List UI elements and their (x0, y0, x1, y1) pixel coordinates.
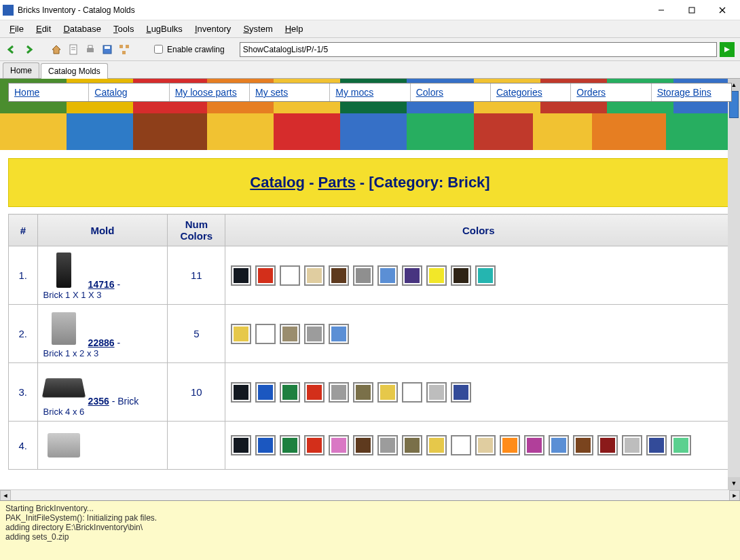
menu-file[interactable]: File (4, 21, 29, 37)
forward-button[interactable] (22, 42, 37, 57)
menu-help[interactable]: Help (280, 21, 309, 37)
svg-rect-11 (119, 45, 123, 48)
menu-lugbulks[interactable]: LugBulks (141, 21, 187, 37)
menu-edit[interactable]: Edit (31, 21, 56, 37)
tab-strip: HomeCatalog Molds (0, 61, 740, 79)
address-input[interactable] (240, 42, 717, 57)
menu-tools[interactable]: Tools (108, 21, 139, 37)
svg-rect-12 (126, 45, 129, 48)
tab-home[interactable]: Home (3, 62, 39, 78)
svg-rect-10 (105, 46, 110, 49)
svg-rect-1 (689, 7, 695, 13)
enable-crawling-checkbox[interactable]: Enable crawling (154, 45, 225, 54)
home-button[interactable] (49, 42, 64, 57)
titlebar: Bricks Inventory - Catalog Molds (0, 0, 740, 20)
menu-inventory[interactable]: Inventory (189, 21, 237, 37)
close-button[interactable] (707, 1, 737, 20)
menu-database[interactable]: Database (58, 21, 107, 37)
enable-crawling-label: Enable crawling (167, 45, 225, 54)
menu-system[interactable]: System (238, 21, 278, 37)
toolbar: Enable crawling (0, 38, 740, 61)
notes-button[interactable] (66, 42, 81, 57)
print-button[interactable] (83, 42, 98, 57)
app-icon (3, 5, 14, 16)
window-title: Bricks Inventory - Catalog Molds (18, 5, 646, 15)
maximize-button[interactable] (676, 1, 707, 20)
save-button[interactable] (100, 42, 115, 57)
menubar: FileEditDatabaseToolsLugBulksInventorySy… (0, 20, 740, 38)
svg-rect-13 (122, 51, 126, 54)
diagram-button[interactable] (117, 42, 132, 57)
tab-catalog-molds[interactable]: Catalog Molds (41, 63, 108, 79)
back-button[interactable] (5, 42, 20, 57)
svg-rect-7 (87, 48, 94, 52)
go-button[interactable] (720, 42, 735, 57)
svg-rect-8 (88, 45, 92, 48)
minimize-button[interactable] (646, 1, 676, 20)
